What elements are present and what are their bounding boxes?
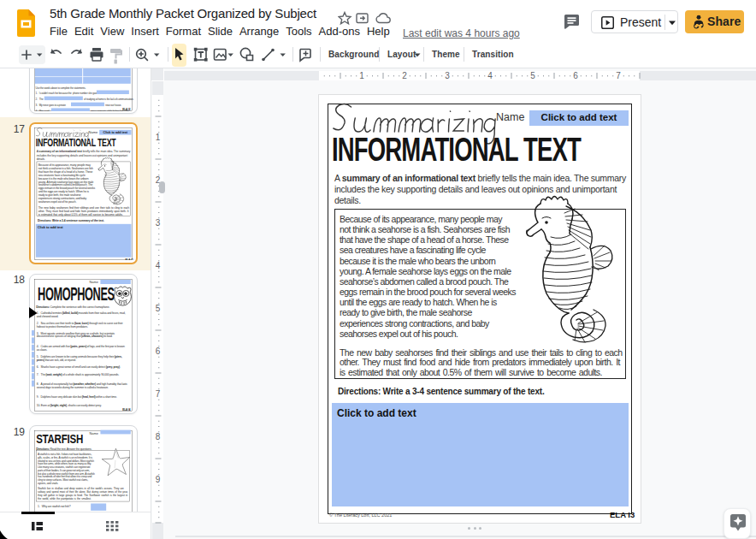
svg-text:2: 2 <box>402 71 407 80</box>
svg-text:7: 7 <box>156 389 161 399</box>
svg-text:3: 3 <box>445 71 450 80</box>
svg-text:6: 6 <box>573 71 578 80</box>
svg-text:4: 4 <box>487 71 493 80</box>
svg-text:5: 5 <box>530 71 535 80</box>
svg-text:1: 1 <box>359 71 364 80</box>
svg-text:1: 1 <box>156 133 161 142</box>
svg-text:6: 6 <box>156 346 161 356</box>
svg-text:5: 5 <box>156 304 161 313</box>
svg-text:9: 9 <box>156 475 161 484</box>
svg-text:3: 3 <box>156 218 161 228</box>
svg-text:4: 4 <box>156 261 161 270</box>
svg-text:7: 7 <box>616 71 621 80</box>
svg-text:8: 8 <box>156 432 161 441</box>
